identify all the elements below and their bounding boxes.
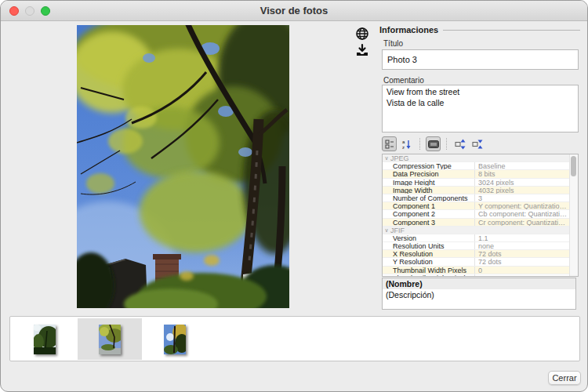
informaciones-legend: Informaciones (379, 25, 438, 34)
group-name: JPEG (390, 154, 409, 162)
table-row[interactable]: Y Resolution72 dots (383, 258, 569, 266)
group-name: JFIF (390, 227, 405, 234)
row-value: 8 bits (475, 170, 569, 177)
informaciones-fieldset: Informaciones (379, 25, 580, 34)
table-scrollbar[interactable] (569, 154, 578, 276)
table-row[interactable]: Component 3Cr component: Quantization ta… (383, 219, 569, 227)
row-value: 72 dots (475, 250, 569, 257)
thumbnail-cell-3[interactable] (143, 318, 207, 360)
row-value: Cb component: Quantization ta... (475, 210, 569, 217)
thumbnail-cell-2[interactable] (78, 318, 142, 360)
expand-rows-icon[interactable] (452, 136, 467, 151)
table-row[interactable]: Number of Components3 (383, 194, 569, 202)
row-value: Y component: Quantization tabl... (475, 202, 569, 209)
row-value: 72 dots (475, 258, 569, 265)
thumbnail-3-image[interactable] (164, 325, 186, 354)
table-row[interactable]: X Resolution72 dots (383, 250, 569, 258)
table-group-header[interactable]: ∨JPEG (383, 154, 569, 162)
title-input[interactable] (382, 49, 579, 70)
main-photo (77, 25, 289, 308)
thumbnail-strip (9, 316, 580, 361)
row-value: 1.1 (475, 234, 569, 241)
row-key: Image Width (383, 187, 475, 194)
metadata-table-rows: ∨JPEGCompression TypeBaselineData Precis… (383, 154, 569, 277)
title-bar[interactable]: Visor de fotos (1, 1, 587, 21)
table-row[interactable]: Image Width4032 pixels (383, 187, 569, 194)
row-value: 3 (475, 194, 569, 201)
row-key: Component 2 (383, 210, 475, 217)
row-key: Version (383, 234, 475, 241)
collapse-rows-icon[interactable] (470, 136, 485, 151)
table-scrollbar-thumb[interactable] (571, 156, 576, 176)
tree-photo-image (77, 25, 289, 308)
thumbnail-cell-1[interactable] (13, 318, 77, 360)
collapse-chevron-icon[interactable]: ∨ (383, 154, 390, 162)
table-row[interactable]: Data Precision8 bits (383, 170, 569, 178)
row-key: Data Precision (383, 170, 475, 177)
metadata-toolbar: a z (382, 136, 485, 152)
row-key: X Resolution (383, 250, 475, 257)
row-value: 0 (475, 267, 569, 274)
title-field-label: Título (383, 39, 403, 48)
table-row[interactable]: Component 2Cb component: Quantization ta… (383, 210, 569, 218)
row-key: Resolution Units (383, 242, 475, 249)
tree-view-toggle-icon[interactable] (382, 136, 397, 151)
row-key: Number of Components (383, 194, 475, 201)
table-group-header[interactable]: ∨JFIF (383, 227, 569, 234)
window-title: Visor de fotos (1, 5, 587, 16)
svg-text:z: z (402, 145, 405, 150)
row-value: 0 (475, 274, 569, 277)
collapse-chevron-icon[interactable]: ∨ (383, 227, 390, 234)
download-icon[interactable] (355, 43, 371, 59)
toolbar-separator (446, 138, 447, 150)
field-display-toggle-icon[interactable] (426, 136, 441, 151)
photo-viewer-window: Visor de fotos (0, 0, 588, 392)
table-row[interactable]: Resolution Unitsnone (383, 242, 569, 250)
row-key: Component 3 (383, 219, 475, 226)
row-key: Thumbnail Width Pixels (383, 267, 475, 274)
row-value: 4032 pixels (475, 187, 569, 194)
table-row[interactable]: Thumbnail Height Pixels0 (383, 274, 569, 277)
row-key: Y Resolution (383, 258, 475, 265)
row-key: Component 1 (383, 202, 475, 209)
table-row[interactable]: Thumbnail Width Pixels0 (383, 267, 569, 274)
toolbar-separator (419, 138, 420, 150)
metadata-table[interactable]: ∨JPEGCompression TypeBaselineData Precis… (382, 154, 579, 277)
descripcion-row[interactable]: (Descripción) (383, 289, 575, 300)
comment-field-label: Comentario (383, 76, 424, 85)
row-key: Thumbnail Height Pixels (383, 274, 475, 277)
row-value: 3024 pixels (475, 179, 569, 186)
row-key: Compression Type (383, 162, 475, 169)
table-row[interactable]: Component 1Y component: Quantization tab… (383, 202, 569, 210)
name-description-box[interactable]: (Nombre) (Descripción) (382, 278, 576, 310)
table-row[interactable]: Version1.1 (383, 234, 569, 242)
row-value: Baseline (475, 162, 569, 169)
table-row[interactable]: Image Height3024 pixels (383, 179, 569, 187)
thumbnail-1-image[interactable] (34, 325, 56, 354)
row-value: none (475, 242, 569, 249)
legend-divider (443, 30, 580, 31)
thumbnail-2-image[interactable] (99, 325, 121, 354)
table-row[interactable]: Compression TypeBaseline (383, 162, 569, 170)
comment-textarea[interactable]: View from the street Vista de la calle (382, 85, 579, 132)
row-value: Cr component: Quantization tab... (475, 219, 569, 226)
sort-descending-icon[interactable]: a z (399, 136, 414, 151)
row-key: Image Height (383, 179, 475, 186)
nombre-row[interactable]: (Nombre) (383, 278, 575, 289)
cerrar-button[interactable]: Cerrar (548, 371, 581, 385)
svg-text:a: a (402, 139, 405, 143)
globe-icon[interactable] (355, 27, 371, 42)
